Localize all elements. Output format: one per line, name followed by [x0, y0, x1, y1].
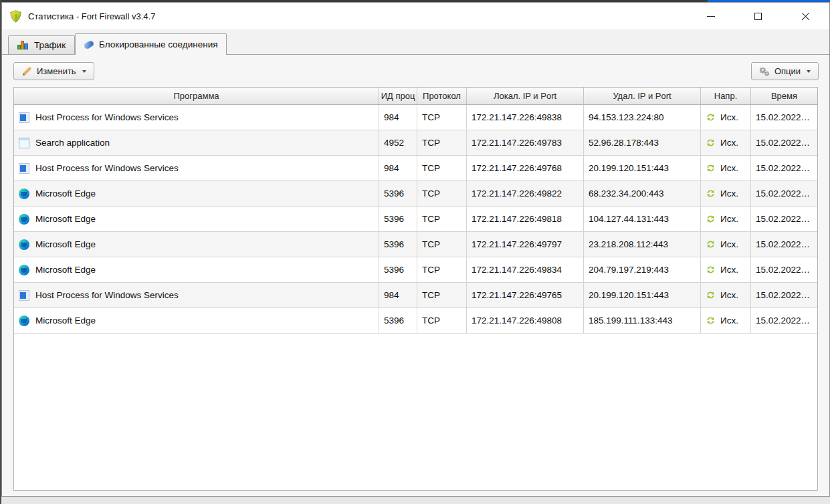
table-row[interactable]: Microsoft Edge 5396 TCP 172.21.147.226:4…: [14, 308, 817, 334]
time-cell: 15.02.2022…: [751, 207, 817, 231]
table-row[interactable]: Host Process for Windows Services 984 TC…: [14, 156, 817, 181]
direction-cell: Исх.: [701, 105, 751, 130]
local-ip-port-cell: 172.21.147.226:49783: [467, 130, 584, 155]
column-header-local-ip[interactable]: Локал. IP и Port: [467, 88, 584, 104]
column-header-protocol[interactable]: Протокол: [417, 88, 467, 104]
remote-ip-port-cell: 20.199.120.151:443: [584, 283, 701, 307]
table-row[interactable]: Microsoft Edge 5396 TCP 172.21.147.226:4…: [14, 207, 817, 232]
process-id-cell: 984: [379, 283, 417, 307]
title-bar[interactable]: Статистика - Fort Firewall v3.4.7: [2, 3, 829, 29]
direction-label: Исх.: [720, 265, 738, 275]
direction-label: Исх.: [720, 163, 738, 173]
time-cell: 15.02.2022…: [751, 105, 817, 130]
direction-cell: Исх.: [701, 257, 751, 282]
connection-plug-icon: [84, 39, 94, 49]
program-cell: Host Process for Windows Services: [14, 156, 379, 180]
local-ip-port-cell: 172.21.147.226:49822: [467, 181, 584, 206]
sync-arrows-icon: [706, 239, 716, 249]
direction-cell: Исх.: [701, 130, 751, 155]
minimize-button[interactable]: [687, 3, 734, 29]
program-cell: Microsoft Edge: [14, 181, 379, 206]
table-row[interactable]: Host Process for Windows Services 984 TC…: [14, 283, 817, 308]
process-id-cell: 5396: [379, 181, 417, 206]
program-cell: Microsoft Edge: [14, 257, 379, 282]
time-cell: 15.02.2022…: [751, 232, 817, 257]
close-button[interactable]: [782, 3, 829, 29]
table-row[interactable]: Host Process for Windows Services 984 TC…: [14, 105, 817, 130]
local-ip-port-cell: 172.21.147.226:49808: [467, 308, 584, 333]
table-body: Host Process for Windows Services 984 TC…: [14, 105, 817, 490]
sync-arrows-icon: [706, 188, 716, 199]
tab-traffic[interactable]: Трафик: [8, 35, 75, 54]
edge-app-icon: [19, 316, 29, 326]
program-cell: Search application: [14, 130, 379, 155]
time-cell: 15.02.2022…: [751, 130, 817, 155]
time-cell: 15.02.2022…: [751, 283, 817, 307]
sync-arrows-icon: [706, 112, 716, 122]
sync-arrows-icon: [706, 316, 716, 326]
time-cell: 15.02.2022…: [751, 181, 817, 206]
remote-ip-port-cell: 185.199.111.133:443: [584, 308, 701, 333]
time-cell: 15.02.2022…: [751, 308, 817, 333]
table-row[interactable]: Search application 4952 TCP 172.21.147.2…: [14, 130, 817, 156]
options-button[interactable]: Опции: [751, 62, 819, 80]
remote-ip-port-cell: 52.96.28.178:443: [584, 130, 701, 155]
host-process-app-icon: [19, 112, 29, 123]
program-cell: Host Process for Windows Services: [14, 105, 379, 130]
edge-app-icon: [19, 265, 29, 275]
tab-blocked-connections[interactable]: Блокированные соединения: [75, 33, 227, 55]
tab-traffic-label: Трафик: [34, 40, 66, 50]
time-cell: 15.02.2022…: [751, 257, 817, 282]
program-name: Host Process for Windows Services: [35, 163, 179, 173]
protocol-cell: TCP: [417, 232, 467, 257]
table-row[interactable]: Microsoft Edge 5396 TCP 172.21.147.226:4…: [14, 257, 817, 283]
process-id-cell: 5396: [379, 232, 417, 257]
edit-button[interactable]: Изменить: [13, 62, 94, 80]
process-id-cell: 5396: [379, 308, 417, 333]
table-row[interactable]: Microsoft Edge 5396 TCP 172.21.147.226:4…: [14, 181, 817, 207]
direction-cell: Исх.: [701, 207, 751, 231]
edit-button-label: Изменить: [37, 66, 76, 76]
protocol-cell: TCP: [417, 105, 467, 130]
program-cell: Microsoft Edge: [14, 232, 379, 257]
direction-label: Исх.: [720, 290, 738, 300]
local-ip-port-cell: 172.21.147.226:49834: [467, 257, 584, 282]
tab-bar: Трафик Блокированные соединения: [2, 29, 829, 54]
protocol-cell: TCP: [417, 308, 467, 333]
table-row[interactable]: Microsoft Edge 5396 TCP 172.21.147.226:4…: [14, 232, 817, 257]
program-name: Microsoft Edge: [35, 265, 96, 275]
edge-app-icon: [19, 239, 29, 250]
maximize-button[interactable]: [734, 3, 782, 29]
tab-content-pane: Изменить Опции: [2, 54, 829, 496]
column-header-pid[interactable]: ИД проц: [379, 88, 417, 104]
program-name: Search application: [35, 138, 110, 148]
protocol-cell: TCP: [417, 207, 467, 231]
column-header-time[interactable]: Время: [751, 88, 817, 104]
direction-cell: Исх.: [701, 308, 751, 333]
column-header-program[interactable]: Программа: [14, 88, 379, 104]
edge-app-icon: [19, 214, 29, 225]
remote-ip-port-cell: 23.218.208.112:443: [584, 232, 701, 257]
options-button-label: Опции: [774, 66, 801, 76]
protocol-cell: TCP: [417, 156, 467, 180]
program-name: Host Process for Windows Services: [35, 290, 179, 300]
app-window: Статистика - Fort Firewall v3.4.7 Трафик…: [1, 2, 830, 497]
sync-arrows-icon: [706, 138, 716, 148]
remote-ip-port-cell: 104.127.44.131:443: [584, 207, 701, 231]
sync-arrows-icon: [706, 214, 716, 224]
dropdown-caret-icon: [807, 70, 811, 73]
program-name: Microsoft Edge: [35, 239, 96, 249]
column-header-direction[interactable]: Напр.: [701, 88, 751, 104]
close-icon: [801, 12, 810, 21]
direction-label: Исх.: [720, 316, 738, 326]
process-id-cell: 5396: [379, 257, 417, 282]
remote-ip-port-cell: 20.199.120.151:443: [584, 156, 701, 180]
edge-app-icon: [19, 188, 29, 199]
protocol-cell: TCP: [417, 257, 467, 282]
column-header-remote-ip[interactable]: Удал. IP и Port: [584, 88, 701, 104]
direction-cell: Исх.: [701, 181, 751, 206]
host-process-app-icon: [19, 290, 29, 301]
process-id-cell: 984: [379, 156, 417, 180]
program-cell: Microsoft Edge: [14, 308, 379, 333]
program-name: Microsoft Edge: [35, 188, 96, 199]
